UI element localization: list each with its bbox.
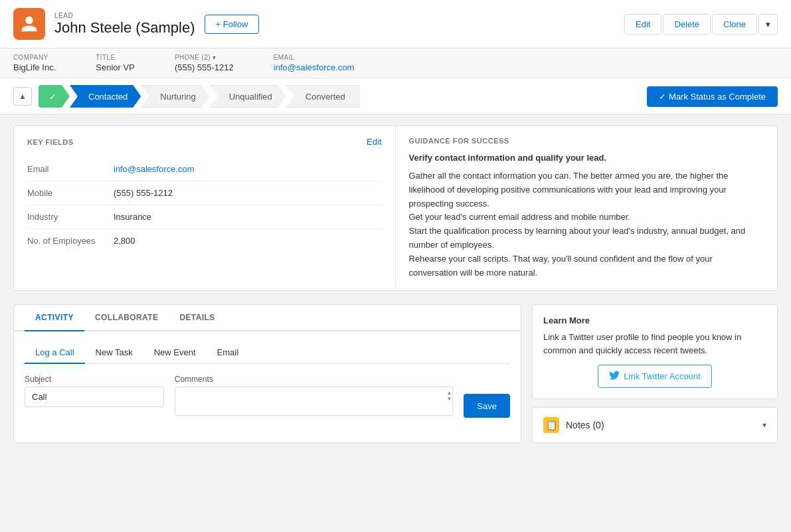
status-collapse-button[interactable]: ▲ [13,87,32,106]
field-value-email: info@salesforce.com [114,164,195,174]
textarea-down-arrow[interactable]: ▼ [446,397,452,402]
field-label-industry: Industry [27,212,114,222]
phone-field: PHONE (2) ▾ (555) 555-1212 [175,54,234,72]
comments-label: Comments [175,375,454,384]
key-fields-edit-link[interactable]: Edit [367,137,381,147]
field-value-industry: Insurance [114,212,151,222]
lead-name: John Steele (Sample) [54,19,195,37]
subject-label: Subject [25,375,164,384]
save-button[interactable]: Save [464,394,510,418]
pipeline-step-contacted[interactable]: Contacted [70,85,141,108]
comments-group: Comments ▲ ▼ [175,375,454,418]
key-fields-panel: KEY FIELDS Edit Email info@salesforce.co… [14,126,396,290]
title-value: Senior VP [96,62,135,72]
company-label: COMPANY [13,54,56,61]
tab-collaborate[interactable]: COLLABORATE [84,305,169,331]
title-label: TITLE [96,54,135,61]
follow-button[interactable]: + Follow [205,15,260,34]
bottom-grid: ACTIVITY COLLABORATE DETAILS Log a Call … [13,304,778,443]
notes-title: Notes (0) [566,420,604,430]
subheader: COMPANY BigLife Inc. TITLE Senior VP PHO… [0,48,791,78]
mark-complete-button[interactable]: ✓ Mark Status as Complete [647,86,778,107]
notes-left: 📋 Notes (0) [543,417,604,433]
header-left: LEAD John Steele (Sample) + Follow [13,8,259,40]
guidance-bold: Verify contact information and qualify y… [409,153,764,163]
pipeline-step-nurturing[interactable]: Nurturing [141,85,209,108]
lead-icon [13,8,45,40]
phone-value: (555) 555-1212 [175,62,234,72]
header-actions: Edit Delete Clone ▾ [624,14,778,35]
company-value: BigLife Inc. [13,62,56,72]
activity-panel: ACTIVITY COLLABORATE DETAILS Log a Call … [13,304,521,443]
delete-button[interactable]: Delete [663,14,711,35]
pipeline-step-converted[interactable]: Converted [286,85,359,108]
phone-dropdown-icon[interactable]: ▾ [213,54,216,61]
tab-activity[interactable]: ACTIVITY [25,305,84,331]
field-row-employees: No. of Employees 2,800 [27,229,382,252]
person-icon [20,15,39,33]
field-label-mobile: Mobile [27,188,114,198]
link-twitter-button[interactable]: Link Twitter Account [598,365,711,388]
subject-group: Subject [25,375,164,418]
content-grid: KEY FIELDS Edit Email info@salesforce.co… [13,126,778,291]
edit-button[interactable]: Edit [624,14,661,35]
email-field: EMAIL info@salesforce.com [274,54,355,72]
pipeline: ✓ Contacted Nurturing Unqualified Conver… [39,85,647,108]
learn-more-panel: Learn More Link a Twitter user profile t… [532,304,778,399]
subject-input[interactable] [25,387,164,407]
textarea-up-arrow[interactable]: ▲ [446,391,452,396]
field-value-employees: 2,800 [114,236,135,246]
guidance-panel: GUIDANCE FOR SUCCESS Verify contact info… [396,126,778,290]
key-fields-title: KEY FIELDS [27,138,74,146]
comments-textarea[interactable] [175,387,454,416]
field-value-mobile: (555) 555-1212 [114,188,173,198]
sub-tab-email[interactable]: Email [207,342,250,364]
learn-more-text: Link a Twitter user profile to find peop… [543,331,766,357]
company-field: COMPANY BigLife Inc. [13,54,56,72]
guidance-title: GUIDANCE FOR SUCCESS [409,137,764,145]
sub-tab-new-event[interactable]: New Event [143,342,207,364]
key-fields-header: KEY FIELDS Edit [27,137,382,147]
header: LEAD John Steele (Sample) + Follow Edit … [0,0,791,48]
clone-button[interactable]: Clone [712,14,757,35]
activity-tab-content: Log a Call New Task New Event Email Subj… [14,331,521,428]
lead-info: LEAD John Steele (Sample) [54,12,195,37]
sub-tab-new-task[interactable]: New Task [85,342,143,364]
activity-sub-tabs: Log a Call New Task New Event Email [25,342,510,364]
pipeline-step-unqualified[interactable]: Unqualified [210,85,286,108]
field-label-employees: No. of Employees [27,236,114,246]
title-field: TITLE Senior VP [96,54,135,72]
main-tabs: ACTIVITY COLLABORATE DETAILS [14,305,521,331]
notes-icon: 📋 [543,417,559,433]
activity-form-row: Subject Comments ▲ ▼ Save [25,375,510,418]
sub-tab-log-call[interactable]: Log a Call [25,342,85,364]
tab-details[interactable]: DETAILS [169,305,225,331]
main-content: KEY FIELDS Edit Email info@salesforce.co… [0,115,791,454]
lead-label: LEAD [54,12,195,19]
field-row-email: Email info@salesforce.com [27,157,382,181]
field-row-mobile: Mobile (555) 555-1212 [27,181,382,205]
more-actions-button[interactable]: ▾ [758,14,778,35]
status-bar: ▲ ✓ Contacted Nurturing Unqualified Conv… [0,78,791,115]
guidance-text: Gather all the contact information you c… [409,169,764,280]
learn-more-title: Learn More [543,315,766,325]
twitter-icon [609,370,620,383]
link-twitter-label: Link Twitter Account [624,371,700,381]
right-panels: Learn More Link a Twitter user profile t… [532,304,778,443]
email-value: info@salesforce.com [274,62,355,72]
notes-chevron-icon[interactable]: ▾ [762,420,766,430]
textarea-arrows: ▲ ▼ [446,375,452,418]
field-label-email: Email [27,164,114,174]
email-label: EMAIL [274,54,355,61]
pipeline-step-completed[interactable]: ✓ [39,85,70,108]
field-row-industry: Industry Insurance [27,205,382,229]
notes-panel: 📋 Notes (0) ▾ [532,407,778,443]
phone-label: PHONE (2) ▾ [175,54,234,61]
